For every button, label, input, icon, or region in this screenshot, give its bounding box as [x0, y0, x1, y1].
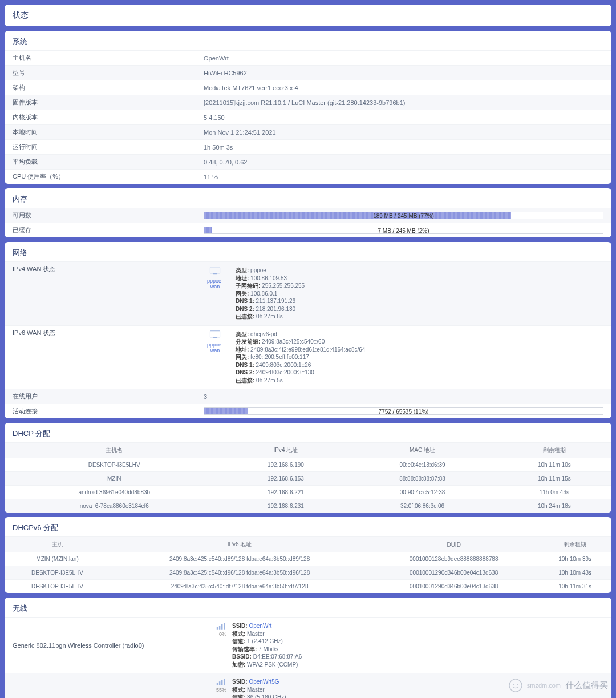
svg-rect-8 [217, 683, 218, 685]
page-title: 状态 [5, 5, 611, 26]
wireless-title: 无线 [5, 598, 611, 618]
wifi-signal-pct: 55% [204, 687, 226, 693]
network-port-icon [209, 267, 221, 275]
svg-rect-2 [210, 330, 220, 337]
dhcp4-title: DHCP 分配 [5, 423, 611, 443]
svg-rect-9 [219, 681, 220, 685]
table-cell: 10h 11m 15s [497, 472, 611, 486]
wifi-details: SSID: OpenWrt5G模式: Master信道: 36 (5.180 G… [232, 678, 302, 698]
table-row: DESKTOP-I3E5LHV2409:8a3c:425:c540::df7/1… [5, 580, 611, 594]
svg-rect-11 [224, 679, 225, 685]
table-row: DESKTOP-I3E5LHV192.168.6.19000:e0:4c:13:… [5, 458, 611, 472]
table-row: DESKTOP-I3E5LHV2409:8a3c:425:c540::d96/1… [5, 566, 611, 580]
table-cell: 00010001290d346b00e04c13d638 [369, 580, 538, 594]
active-conn-bar: 7752 / 65535 (11%) [204, 407, 603, 415]
wifi-iface-badge[interactable]: 55% [204, 678, 226, 693]
wifi-radio-label: Generic 802.11nac Wireless Controller (r… [13, 695, 204, 699]
mem-available-text: 189 MB / 245 MB (77%) [204, 212, 603, 219]
table-header: IPv6 地址 [110, 537, 369, 552]
memory-panel: 内存 可用数 189 MB / 245 MB (77%) 已缓存 7 MB / … [5, 188, 611, 237]
system-value: 11 % [204, 171, 603, 183]
table-cell: 2409:8a3c:425:c540::d89/128 fdba:e64a:3b… [110, 552, 369, 566]
ipv6-wan-label: IPv6 WAN 状态 [13, 326, 204, 340]
system-panel: 系统 主机名OpenWrt型号HiWiFi HC5962架构MediaTek M… [5, 31, 611, 184]
mem-cached-label: 已缓存 [13, 223, 204, 237]
ipv4-wan-label: IPv4 WAN 状态 [13, 262, 204, 276]
table-cell: 2409:8a3c:425:c540::d96/128 fdba:e64a:3b… [110, 566, 369, 580]
table-cell: 10h 11m 31s [538, 580, 611, 594]
table-row: MZIN (MZIN.lan)2409:8a3c:425:c540::d89/1… [5, 552, 611, 566]
table-cell: 11h 0m 43s [497, 486, 611, 499]
table-cell: android-36961e040dd8b83b [5, 486, 224, 499]
table-cell: MZIN (MZIN.lan) [5, 552, 110, 566]
svg-rect-4 [217, 627, 218, 630]
network-port-icon [209, 330, 221, 338]
system-label: 架构 [13, 80, 204, 95]
svg-rect-7 [224, 623, 225, 629]
table-cell: 10h 10m 39s [538, 552, 611, 566]
mem-available-bar: 189 MB / 245 MB (77%) [204, 212, 603, 219]
signal-icon [216, 622, 226, 630]
wireless-panel: 无线 Generic 802.11bgn Wireless Controller… [5, 598, 611, 698]
system-value: 0.48, 0.70, 0.62 [204, 156, 603, 168]
ipv6-iface-badge[interactable]: pppoe-wan [204, 330, 226, 353]
system-label: 平均负载 [13, 155, 204, 169]
table-cell: 192.168.6.190 [224, 458, 347, 472]
system-value: MediaTek MT7621 ver:1 eco:3 x 4 [204, 82, 603, 94]
active-conn-label: 活动连接 [13, 404, 204, 418]
table-cell: 192.168.6.221 [224, 486, 347, 499]
system-value: HiWiFi HC5962 [204, 67, 603, 79]
table-header: IPv4 地址 [224, 443, 347, 458]
table-header: DUID [369, 537, 538, 552]
dhcp6-title: DHCPv6 分配 [5, 517, 611, 537]
table-cell: 00:e0:4c:13:d6:39 [347, 458, 497, 472]
svg-rect-10 [221, 680, 222, 685]
table-cell: 10h 24m 18s [497, 499, 611, 513]
mem-cached-text: 7 MB / 245 MB (2%) [204, 227, 603, 233]
table-header: MAC 地址 [347, 443, 497, 458]
ipv4-iface-badge[interactable]: pppoe-wan [204, 267, 226, 289]
system-title: 系统 [5, 31, 611, 51]
system-label: 固件版本 [13, 95, 204, 110]
table-row: nova_6-78ca8860e3184cf6192.168.6.23132:0… [5, 499, 611, 513]
ipv4-details: 类型: pppoe地址: 100.86.109.53子网掩码: 255.255.… [236, 267, 305, 321]
table-header: 剩余租期 [538, 537, 611, 552]
system-label: 本地时间 [13, 125, 204, 139]
table-cell: DESKTOP-I3E5LHV [5, 580, 110, 594]
status-header: 状态 [5, 5, 611, 26]
system-label: 型号 [13, 66, 204, 80]
online-users-label: 在线用户 [13, 389, 204, 404]
mem-available-label: 可用数 [13, 208, 204, 223]
online-users-value: 3 [204, 390, 603, 403]
table-cell: nova_6-78ca8860e3184cf6 [5, 499, 224, 513]
table-header: 剩余租期 [497, 443, 611, 458]
signal-icon [216, 678, 226, 686]
table-header: 主机 [5, 537, 110, 552]
table-cell: 32:0f:06:86:3c:06 [347, 499, 497, 513]
active-conn-text: 7752 / 65535 (11%) [204, 408, 603, 414]
system-value: [20211015]kjzjj.com R21.10.1 / LuCI Mast… [204, 96, 603, 109]
table-row: android-36961e040dd8b83b192.168.6.22100:… [5, 486, 611, 499]
system-value: 5.4.150 [204, 111, 603, 124]
svg-rect-3 [213, 337, 217, 338]
table-cell: 192.168.6.153 [224, 472, 347, 486]
table-cell: 00:90:4c:c5:12:38 [347, 486, 497, 499]
table-cell: 00010001290d346b00e04c13d638 [369, 566, 538, 580]
table-header: 主机名 [5, 443, 224, 458]
table-cell: DESKTOP-I3E5LHV [5, 566, 110, 580]
dhcp4-table: 主机名IPv4 地址MAC 地址剩余租期 DESKTOP-I3E5LHV192.… [5, 443, 611, 513]
svg-rect-6 [221, 624, 222, 630]
wifi-radio-label: Generic 802.11bgn Wireless Controller (r… [13, 639, 204, 652]
mem-cached-bar: 7 MB / 245 MB (2%) [204, 227, 603, 234]
system-label: 内核版本 [13, 110, 204, 124]
system-value: Mon Nov 1 21:24:51 2021 [204, 126, 603, 139]
dhcp6-table: 主机IPv6 地址DUID剩余租期 MZIN (MZIN.lan)2409:8a… [5, 537, 611, 593]
wifi-iface-badge[interactable]: 0% [204, 622, 226, 637]
table-cell: 88:88:88:88:87:88 [347, 472, 497, 486]
dhcp4-panel: DHCP 分配 主机名IPv4 地址MAC 地址剩余租期 DESKTOP-I3E… [5, 423, 611, 513]
svg-rect-1 [213, 273, 217, 275]
table-cell: MZIN [5, 472, 224, 486]
system-label: CPU 使用率（%） [13, 170, 204, 184]
ipv6-details: 类型: dhcpv6-pd分发前缀: 2409:8a3c:425:c540::/… [236, 330, 365, 385]
dhcp6-panel: DHCPv6 分配 主机IPv6 地址DUID剩余租期 MZIN (MZIN.l… [5, 517, 611, 593]
